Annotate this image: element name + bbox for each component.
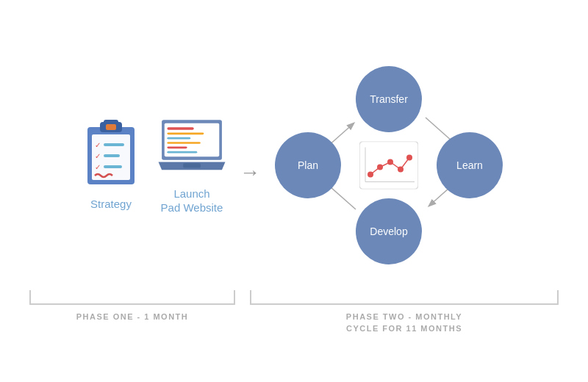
phase-one-bracket (29, 290, 235, 305)
phase-one-text: PHASE ONE - 1 MONTH (76, 311, 189, 323)
svg-rect-15 (167, 137, 190, 139)
plan-circle: Plan (275, 132, 341, 198)
phase-two-text: PHASE TWO - MONTHLY CYCLE FOR 11 MONTHS (346, 311, 462, 335)
transfer-circle: Transfer (356, 66, 422, 132)
launchpad-label: Launch Pad Website (161, 187, 223, 215)
svg-text:✓: ✓ (95, 163, 101, 171)
phase-two-bracket (250, 290, 559, 305)
svg-rect-18 (167, 151, 197, 153)
svg-rect-6 (104, 143, 124, 146)
svg-text:✓: ✓ (95, 141, 101, 149)
phase-one-section: PHASE ONE - 1 MONTH (29, 290, 235, 335)
strategy-group: ✓ ✓ ✓ Strategy (82, 118, 140, 212)
svg-rect-14 (167, 132, 204, 134)
svg-rect-17 (167, 146, 187, 148)
svg-rect-13 (167, 127, 193, 130)
svg-rect-19 (183, 163, 201, 167)
svg-rect-10 (104, 165, 122, 168)
learn-circle: Learn (437, 132, 503, 198)
launchpad-group: Launch Pad Website (155, 115, 229, 215)
content-area: ✓ ✓ ✓ Strategy (0, 48, 588, 283)
laptop-icon (155, 115, 229, 178)
phases-footer: PHASE ONE - 1 MONTH PHASE TWO - MONTHLY … (0, 290, 588, 335)
svg-rect-3 (106, 124, 116, 130)
svg-rect-16 (167, 142, 200, 144)
svg-text:✓: ✓ (95, 152, 101, 160)
svg-rect-8 (104, 154, 120, 157)
phase-two-section: PHASE TWO - MONTHLY CYCLE FOR 11 MONTHS (250, 290, 559, 335)
clipboard-icon: ✓ ✓ ✓ (82, 118, 140, 188)
strategy-label: Strategy (90, 197, 132, 212)
phase-arrow: → (240, 161, 260, 184)
analytics-center-icon (359, 141, 418, 189)
main-container: ✓ ✓ ✓ Strategy (0, 0, 588, 382)
cycle-diagram: Transfer Plan Develop Learn (271, 62, 506, 268)
develop-circle: Develop (356, 198, 422, 264)
